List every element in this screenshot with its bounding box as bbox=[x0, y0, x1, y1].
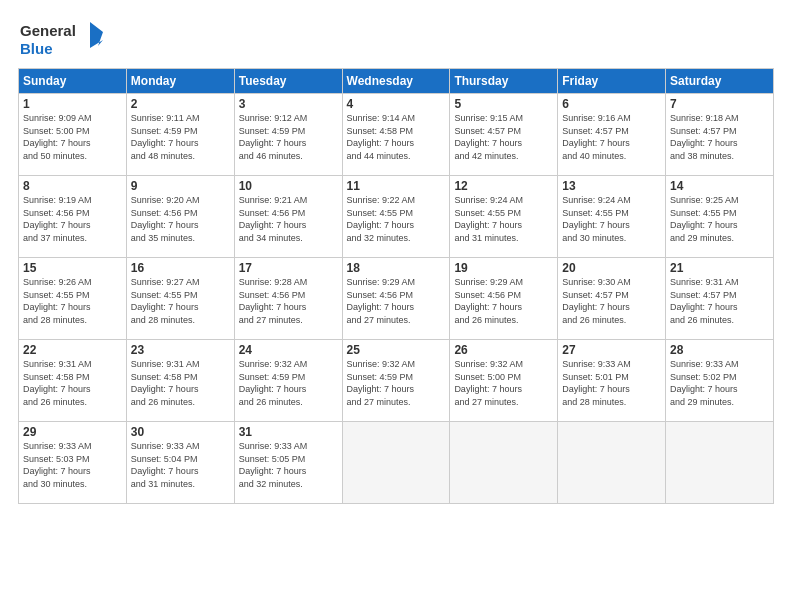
calendar-cell: 15Sunrise: 9:26 AM Sunset: 4:55 PM Dayli… bbox=[19, 258, 127, 340]
calendar-cell bbox=[450, 422, 558, 504]
day-info: Sunrise: 9:19 AM Sunset: 4:56 PM Dayligh… bbox=[23, 194, 122, 244]
calendar-cell: 26Sunrise: 9:32 AM Sunset: 5:00 PM Dayli… bbox=[450, 340, 558, 422]
day-info: Sunrise: 9:14 AM Sunset: 4:58 PM Dayligh… bbox=[347, 112, 446, 162]
day-number: 23 bbox=[131, 343, 230, 357]
calendar-cell: 25Sunrise: 9:32 AM Sunset: 4:59 PM Dayli… bbox=[342, 340, 450, 422]
day-info: Sunrise: 9:25 AM Sunset: 4:55 PM Dayligh… bbox=[670, 194, 769, 244]
calendar-cell bbox=[342, 422, 450, 504]
day-info: Sunrise: 9:24 AM Sunset: 4:55 PM Dayligh… bbox=[454, 194, 553, 244]
calendar-cell: 2Sunrise: 9:11 AM Sunset: 4:59 PM Daylig… bbox=[126, 94, 234, 176]
day-info: Sunrise: 9:31 AM Sunset: 4:57 PM Dayligh… bbox=[670, 276, 769, 326]
day-number: 28 bbox=[670, 343, 769, 357]
calendar-cell: 19Sunrise: 9:29 AM Sunset: 4:56 PM Dayli… bbox=[450, 258, 558, 340]
page-header: GeneralBlue bbox=[18, 18, 774, 58]
calendar-cell: 22Sunrise: 9:31 AM Sunset: 4:58 PM Dayli… bbox=[19, 340, 127, 422]
logo-icon: GeneralBlue bbox=[18, 18, 108, 58]
col-header-monday: Monday bbox=[126, 69, 234, 94]
calendar-cell: 9Sunrise: 9:20 AM Sunset: 4:56 PM Daylig… bbox=[126, 176, 234, 258]
calendar-cell: 11Sunrise: 9:22 AM Sunset: 4:55 PM Dayli… bbox=[342, 176, 450, 258]
day-number: 3 bbox=[239, 97, 338, 111]
day-info: Sunrise: 9:28 AM Sunset: 4:56 PM Dayligh… bbox=[239, 276, 338, 326]
col-header-friday: Friday bbox=[558, 69, 666, 94]
day-info: Sunrise: 9:32 AM Sunset: 4:59 PM Dayligh… bbox=[347, 358, 446, 408]
day-number: 29 bbox=[23, 425, 122, 439]
calendar-cell: 13Sunrise: 9:24 AM Sunset: 4:55 PM Dayli… bbox=[558, 176, 666, 258]
calendar-cell bbox=[558, 422, 666, 504]
day-number: 27 bbox=[562, 343, 661, 357]
day-number: 25 bbox=[347, 343, 446, 357]
logo: GeneralBlue bbox=[18, 18, 108, 58]
calendar-cell: 1Sunrise: 9:09 AM Sunset: 5:00 PM Daylig… bbox=[19, 94, 127, 176]
day-number: 18 bbox=[347, 261, 446, 275]
day-number: 20 bbox=[562, 261, 661, 275]
day-number: 21 bbox=[670, 261, 769, 275]
calendar-cell: 14Sunrise: 9:25 AM Sunset: 4:55 PM Dayli… bbox=[666, 176, 774, 258]
day-info: Sunrise: 9:33 AM Sunset: 5:04 PM Dayligh… bbox=[131, 440, 230, 490]
calendar-cell: 20Sunrise: 9:30 AM Sunset: 4:57 PM Dayli… bbox=[558, 258, 666, 340]
calendar-cell: 18Sunrise: 9:29 AM Sunset: 4:56 PM Dayli… bbox=[342, 258, 450, 340]
day-info: Sunrise: 9:12 AM Sunset: 4:59 PM Dayligh… bbox=[239, 112, 338, 162]
day-info: Sunrise: 9:33 AM Sunset: 5:05 PM Dayligh… bbox=[239, 440, 338, 490]
day-number: 11 bbox=[347, 179, 446, 193]
col-header-wednesday: Wednesday bbox=[342, 69, 450, 94]
col-header-thursday: Thursday bbox=[450, 69, 558, 94]
calendar-cell: 3Sunrise: 9:12 AM Sunset: 4:59 PM Daylig… bbox=[234, 94, 342, 176]
day-number: 24 bbox=[239, 343, 338, 357]
day-number: 6 bbox=[562, 97, 661, 111]
svg-text:General: General bbox=[20, 22, 76, 39]
day-number: 26 bbox=[454, 343, 553, 357]
day-info: Sunrise: 9:29 AM Sunset: 4:56 PM Dayligh… bbox=[347, 276, 446, 326]
calendar-cell: 7Sunrise: 9:18 AM Sunset: 4:57 PM Daylig… bbox=[666, 94, 774, 176]
day-info: Sunrise: 9:16 AM Sunset: 4:57 PM Dayligh… bbox=[562, 112, 661, 162]
day-number: 1 bbox=[23, 97, 122, 111]
day-info: Sunrise: 9:33 AM Sunset: 5:01 PM Dayligh… bbox=[562, 358, 661, 408]
day-info: Sunrise: 9:22 AM Sunset: 4:55 PM Dayligh… bbox=[347, 194, 446, 244]
day-info: Sunrise: 9:09 AM Sunset: 5:00 PM Dayligh… bbox=[23, 112, 122, 162]
svg-text:Blue: Blue bbox=[20, 40, 53, 57]
day-info: Sunrise: 9:26 AM Sunset: 4:55 PM Dayligh… bbox=[23, 276, 122, 326]
calendar-cell: 24Sunrise: 9:32 AM Sunset: 4:59 PM Dayli… bbox=[234, 340, 342, 422]
svg-marker-2 bbox=[90, 22, 103, 48]
day-info: Sunrise: 9:30 AM Sunset: 4:57 PM Dayligh… bbox=[562, 276, 661, 326]
day-info: Sunrise: 9:18 AM Sunset: 4:57 PM Dayligh… bbox=[670, 112, 769, 162]
day-info: Sunrise: 9:31 AM Sunset: 4:58 PM Dayligh… bbox=[23, 358, 122, 408]
day-number: 7 bbox=[670, 97, 769, 111]
day-number: 17 bbox=[239, 261, 338, 275]
day-info: Sunrise: 9:24 AM Sunset: 4:55 PM Dayligh… bbox=[562, 194, 661, 244]
day-number: 4 bbox=[347, 97, 446, 111]
calendar-cell: 29Sunrise: 9:33 AM Sunset: 5:03 PM Dayli… bbox=[19, 422, 127, 504]
calendar-cell: 5Sunrise: 9:15 AM Sunset: 4:57 PM Daylig… bbox=[450, 94, 558, 176]
day-info: Sunrise: 9:32 AM Sunset: 5:00 PM Dayligh… bbox=[454, 358, 553, 408]
day-number: 8 bbox=[23, 179, 122, 193]
day-number: 31 bbox=[239, 425, 338, 439]
day-info: Sunrise: 9:31 AM Sunset: 4:58 PM Dayligh… bbox=[131, 358, 230, 408]
day-info: Sunrise: 9:32 AM Sunset: 4:59 PM Dayligh… bbox=[239, 358, 338, 408]
calendar-cell: 10Sunrise: 9:21 AM Sunset: 4:56 PM Dayli… bbox=[234, 176, 342, 258]
day-number: 30 bbox=[131, 425, 230, 439]
day-info: Sunrise: 9:33 AM Sunset: 5:03 PM Dayligh… bbox=[23, 440, 122, 490]
page-container: GeneralBlue SundayMondayTuesdayWednesday… bbox=[0, 0, 792, 514]
day-info: Sunrise: 9:27 AM Sunset: 4:55 PM Dayligh… bbox=[131, 276, 230, 326]
calendar-cell: 23Sunrise: 9:31 AM Sunset: 4:58 PM Dayli… bbox=[126, 340, 234, 422]
day-number: 15 bbox=[23, 261, 122, 275]
day-number: 22 bbox=[23, 343, 122, 357]
calendar-cell: 17Sunrise: 9:28 AM Sunset: 4:56 PM Dayli… bbox=[234, 258, 342, 340]
calendar-cell: 16Sunrise: 9:27 AM Sunset: 4:55 PM Dayli… bbox=[126, 258, 234, 340]
day-number: 13 bbox=[562, 179, 661, 193]
day-number: 2 bbox=[131, 97, 230, 111]
day-number: 10 bbox=[239, 179, 338, 193]
day-number: 5 bbox=[454, 97, 553, 111]
calendar-cell: 6Sunrise: 9:16 AM Sunset: 4:57 PM Daylig… bbox=[558, 94, 666, 176]
calendar-cell: 4Sunrise: 9:14 AM Sunset: 4:58 PM Daylig… bbox=[342, 94, 450, 176]
calendar-cell: 30Sunrise: 9:33 AM Sunset: 5:04 PM Dayli… bbox=[126, 422, 234, 504]
calendar-cell: 28Sunrise: 9:33 AM Sunset: 5:02 PM Dayli… bbox=[666, 340, 774, 422]
col-header-saturday: Saturday bbox=[666, 69, 774, 94]
day-number: 9 bbox=[131, 179, 230, 193]
calendar-cell: 31Sunrise: 9:33 AM Sunset: 5:05 PM Dayli… bbox=[234, 422, 342, 504]
calendar-cell: 27Sunrise: 9:33 AM Sunset: 5:01 PM Dayli… bbox=[558, 340, 666, 422]
day-info: Sunrise: 9:20 AM Sunset: 4:56 PM Dayligh… bbox=[131, 194, 230, 244]
calendar-cell: 21Sunrise: 9:31 AM Sunset: 4:57 PM Dayli… bbox=[666, 258, 774, 340]
day-info: Sunrise: 9:21 AM Sunset: 4:56 PM Dayligh… bbox=[239, 194, 338, 244]
calendar-cell: 8Sunrise: 9:19 AM Sunset: 4:56 PM Daylig… bbox=[19, 176, 127, 258]
day-info: Sunrise: 9:15 AM Sunset: 4:57 PM Dayligh… bbox=[454, 112, 553, 162]
